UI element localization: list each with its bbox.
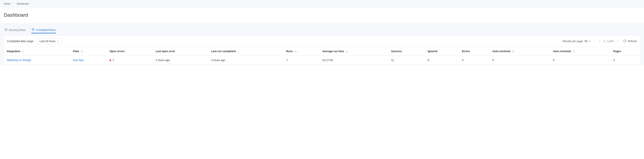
col-label: Last open error bbox=[156, 50, 175, 53]
refresh-label: Refresh bbox=[628, 40, 637, 43]
pages-cell: 4 bbox=[613, 59, 615, 62]
chevron-down-icon bbox=[57, 40, 59, 43]
col-last-run-completed[interactable]: Last run completed bbox=[208, 47, 283, 56]
next-page-button[interactable] bbox=[616, 39, 620, 43]
col-runs[interactable]: Runs bbox=[283, 47, 319, 56]
completed-flows-panel: Completed date range: Last 24 hours Resu… bbox=[4, 35, 640, 65]
col-flow[interactable]: Flow bbox=[70, 47, 106, 56]
col-ignored[interactable]: Ignored bbox=[424, 47, 459, 56]
avg-run-time-cell: 01:27:09 bbox=[322, 59, 333, 62]
tab-running-flows[interactable]: Running flows bbox=[4, 27, 26, 33]
last-open-error-cell: 2 hours ago bbox=[156, 59, 170, 62]
page-header: Dashboard bbox=[0, 8, 644, 23]
col-last-open-error[interactable]: Last open error bbox=[153, 47, 208, 56]
col-user-resolved[interactable]: User-resolved bbox=[550, 47, 610, 56]
table-row: Mailchimp to Shopify New flow 3 2 hours … bbox=[4, 56, 640, 65]
runs-link[interactable]: 4 bbox=[286, 59, 288, 62]
sort-desc-icon[interactable] bbox=[237, 50, 240, 53]
col-label: Last run completed bbox=[211, 50, 236, 53]
prev-page-button[interactable] bbox=[598, 39, 602, 43]
help-icon[interactable] bbox=[512, 50, 514, 53]
tab-label: Completed flows bbox=[36, 29, 56, 32]
chevron-down-icon bbox=[588, 40, 590, 43]
refresh-button[interactable]: Refresh bbox=[623, 40, 637, 43]
breadcrumb-current: Dashboard bbox=[17, 2, 29, 5]
col-pages[interactable]: Pages bbox=[610, 47, 640, 56]
breadcrumb-home-link[interactable]: Home bbox=[4, 2, 10, 5]
flows-table: Integration Flow bbox=[4, 47, 640, 65]
col-label: Open errors bbox=[110, 50, 125, 53]
col-errors[interactable]: Errors bbox=[459, 47, 489, 56]
col-label: Success bbox=[391, 50, 402, 53]
date-range-label: Completed date range: bbox=[7, 40, 34, 43]
help-icon[interactable] bbox=[572, 50, 575, 53]
chevron-right-icon bbox=[13, 2, 14, 5]
tab-label: Running flows bbox=[9, 29, 26, 32]
col-label: Runs bbox=[286, 50, 293, 53]
col-integration[interactable]: Integration bbox=[4, 47, 70, 56]
col-open-errors[interactable]: Open errors bbox=[106, 47, 153, 56]
tab-completed-flows[interactable]: Completed flows bbox=[31, 27, 56, 33]
filter-icon[interactable] bbox=[22, 50, 24, 53]
col-label: Ignored bbox=[428, 50, 437, 53]
auto-resolved-cell: 0 bbox=[492, 59, 494, 62]
refresh-icon bbox=[623, 40, 626, 43]
date-range-dropdown[interactable]: Last 24 hours bbox=[37, 38, 62, 44]
help-icon[interactable] bbox=[294, 50, 297, 53]
integration-link[interactable]: Mailchimp to Shopify bbox=[7, 59, 31, 62]
svg-marker-2 bbox=[22, 51, 24, 53]
flow-link[interactable]: New flow bbox=[73, 59, 84, 62]
col-label: Flow bbox=[73, 50, 79, 53]
results-per-page-dropdown[interactable]: 50 bbox=[584, 40, 590, 43]
col-label: Average run time bbox=[322, 50, 344, 53]
col-auto-resolved[interactable]: Auto-resolved bbox=[489, 47, 550, 56]
col-label: Errors bbox=[462, 50, 470, 53]
dashboard-icon bbox=[4, 28, 8, 32]
toolbar-right: Results per page: 50 1 - 1 of 1 bbox=[562, 39, 637, 43]
tabs: Running flows Completed flows bbox=[4, 27, 640, 33]
panel-toolbar: Completed date range: Last 24 hours Resu… bbox=[4, 36, 640, 47]
svg-marker-3 bbox=[81, 51, 83, 53]
divider bbox=[594, 39, 594, 43]
user-resolved-cell: 0 bbox=[553, 59, 554, 62]
col-label: Auto-resolved bbox=[492, 50, 510, 53]
col-label: Pages bbox=[613, 50, 621, 53]
open-errors-link[interactable]: 3 bbox=[112, 59, 114, 62]
success-cell: 12 bbox=[391, 59, 394, 62]
results-per-page-label: Results per page: bbox=[562, 40, 583, 43]
pagination: 1 - 1 of 1 bbox=[598, 39, 620, 43]
ignored-cell: 6 bbox=[428, 59, 429, 62]
history-icon bbox=[32, 28, 35, 32]
content-area: Running flows Completed flows Completed … bbox=[0, 23, 644, 65]
results-per-page: Results per page: 50 bbox=[562, 40, 590, 43]
errors-cell: 3 bbox=[462, 59, 464, 62]
page-range-text: 1 - 1 of 1 bbox=[604, 40, 614, 43]
last-run-completed-cell: 2 hours ago bbox=[211, 59, 225, 62]
col-avg-run-time[interactable]: Average run time bbox=[319, 47, 388, 56]
col-success[interactable]: Success bbox=[388, 47, 424, 56]
col-label: User-resolved bbox=[553, 50, 571, 53]
help-icon[interactable] bbox=[346, 50, 348, 53]
col-label: Integration bbox=[7, 50, 20, 53]
error-dot-icon bbox=[110, 60, 111, 61]
breadcrumb: Home Dashboard bbox=[0, 0, 644, 8]
date-range-value: Last 24 hours bbox=[40, 40, 56, 43]
results-per-page-value: 50 bbox=[584, 40, 588, 43]
filter-icon[interactable] bbox=[80, 50, 83, 53]
page-title: Dashboard bbox=[4, 12, 640, 18]
